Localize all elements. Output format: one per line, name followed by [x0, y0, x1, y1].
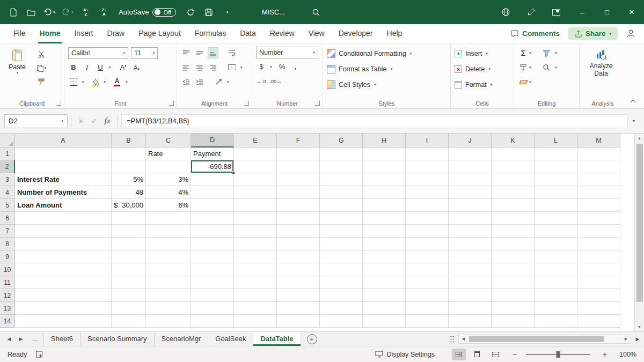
column-header-J[interactable]: J	[449, 134, 492, 147]
row-header-2[interactable]: 2	[0, 160, 15, 173]
undo-caret-icon[interactable]	[53, 10, 55, 14]
cut-button[interactable]	[36, 48, 47, 60]
delete-cells-button[interactable]: Delete	[455, 62, 510, 76]
cell-B3[interactable]: 5%	[112, 173, 146, 186]
cell-F10[interactable]	[277, 263, 320, 276]
wrap-text-button[interactable]	[226, 47, 237, 58]
cell-J5[interactable]	[449, 199, 492, 212]
cell-F2[interactable]	[277, 160, 320, 173]
ribbon-tab-home[interactable]: Home	[33, 24, 68, 43]
cell-I12[interactable]	[406, 289, 449, 302]
cell-F13[interactable]	[277, 302, 320, 315]
row-header-13[interactable]: 13	[0, 302, 15, 315]
share-button[interactable]: Share	[568, 27, 618, 40]
scroll-down-arrow[interactable]	[635, 322, 644, 331]
cell-K3[interactable]	[492, 173, 535, 186]
increase-decimal-button[interactable]	[256, 76, 267, 87]
minimize-button[interactable]	[570, 0, 595, 24]
cell-D4[interactable]	[191, 186, 234, 199]
cell-D1[interactable]: Payment	[191, 147, 234, 160]
cell-M7[interactable]	[577, 225, 620, 238]
cell-M9[interactable]	[577, 250, 620, 263]
horizontal-scroll-thumb[interactable]	[469, 336, 604, 342]
cell-M13[interactable]	[577, 302, 620, 315]
cell-H5[interactable]	[363, 199, 406, 212]
normal-view-button[interactable]	[452, 349, 466, 360]
cell-G11[interactable]	[320, 276, 363, 289]
cell-C12[interactable]	[146, 289, 191, 302]
cell-M12[interactable]	[577, 289, 620, 302]
cell-A9[interactable]	[15, 250, 112, 263]
cell-E10[interactable]	[234, 263, 277, 276]
underline-caret-icon[interactable]	[109, 65, 111, 70]
cell-I10[interactable]	[406, 263, 449, 276]
cell-G1[interactable]	[320, 147, 363, 160]
clipboard-dialog-launcher[interactable]	[56, 101, 61, 106]
cell-H6[interactable]	[363, 212, 406, 225]
cell-M2[interactable]	[577, 160, 620, 173]
cell-H2[interactable]	[363, 160, 406, 173]
format-as-table-button[interactable]: Format as Table	[327, 62, 447, 76]
ribbon-tab-review[interactable]: Review	[263, 24, 302, 43]
autosave-toggle[interactable]: AutoSave Off	[119, 8, 176, 17]
alignment-dialog-launcher[interactable]	[244, 101, 249, 106]
cell-K5[interactable]	[492, 199, 535, 212]
zoom-level[interactable]: 100%	[614, 351, 636, 358]
cell-K8[interactable]	[492, 238, 535, 250]
font-size-select[interactable]: 11	[131, 47, 158, 59]
cell-A8[interactable]	[15, 238, 112, 250]
cell-L12[interactable]	[535, 289, 577, 302]
tab-splitter-handle[interactable]	[450, 335, 455, 343]
cell-I14[interactable]	[406, 315, 449, 328]
cell-D6[interactable]	[191, 212, 234, 225]
cell-G5[interactable]	[320, 199, 363, 212]
cell-I11[interactable]	[406, 276, 449, 289]
ribbon-tab-file[interactable]: File	[6, 24, 33, 43]
cell-E4[interactable]	[234, 186, 277, 199]
cell-K2[interactable]	[492, 160, 535, 173]
scroll-far-right-arrow[interactable]	[631, 336, 644, 342]
cell-K13[interactable]	[492, 302, 535, 315]
select-all-button[interactable]	[0, 134, 15, 147]
orientation-button[interactable]	[213, 76, 224, 87]
redo-button[interactable]	[61, 5, 74, 20]
number-format-select[interactable]: Number	[256, 47, 318, 58]
cell-G6[interactable]	[320, 212, 363, 225]
format-cells-button[interactable]: Format	[455, 78, 510, 91]
cell-H1[interactable]	[363, 147, 406, 160]
cell-L7[interactable]	[535, 225, 577, 238]
sheet-tab-sheet6[interactable]: Sheet6	[44, 332, 80, 346]
column-header-D[interactable]: D	[191, 134, 234, 147]
cell-H7[interactable]	[363, 225, 406, 238]
cell-I5[interactable]	[406, 199, 449, 212]
cell-C9[interactable]	[146, 250, 191, 263]
cell-J6[interactable]	[449, 212, 492, 225]
cell-B2[interactable]	[112, 160, 146, 173]
comments-button[interactable]: Comments	[510, 29, 560, 38]
autosum-button[interactable]: Σ	[518, 47, 529, 58]
cell-A3[interactable]: Interest Rate	[15, 173, 112, 186]
cell-M6[interactable]	[577, 212, 620, 225]
row-header-5[interactable]: 5	[0, 199, 15, 212]
currency-caret-icon[interactable]	[270, 65, 272, 69]
merge-caret-icon[interactable]	[240, 65, 243, 70]
decrease-font-size-button[interactable]	[131, 62, 142, 73]
copy-button[interactable]	[36, 62, 47, 73]
cell-I6[interactable]	[406, 212, 449, 225]
ribbon-tab-developer[interactable]: Developer	[332, 24, 380, 43]
cell-E8[interactable]	[234, 238, 277, 250]
column-header-B[interactable]: B	[112, 134, 146, 147]
paste-button[interactable]: Paste	[4, 47, 31, 75]
sheet-tab-overflow[interactable]: ...	[27, 332, 44, 346]
close-button[interactable]	[619, 0, 644, 24]
ribbon-tab-insert[interactable]: Insert	[67, 24, 100, 43]
bottom-align-button[interactable]	[208, 47, 218, 58]
cell-C6[interactable]	[146, 212, 191, 225]
macro-record-icon[interactable]	[35, 351, 43, 358]
column-header-K[interactable]: K	[492, 134, 535, 147]
column-header-C[interactable]: C	[146, 134, 191, 147]
cell-K14[interactable]	[492, 315, 535, 328]
cell-J10[interactable]	[449, 263, 492, 276]
page-break-view-button[interactable]	[488, 349, 502, 360]
cell-J8[interactable]	[449, 238, 492, 250]
